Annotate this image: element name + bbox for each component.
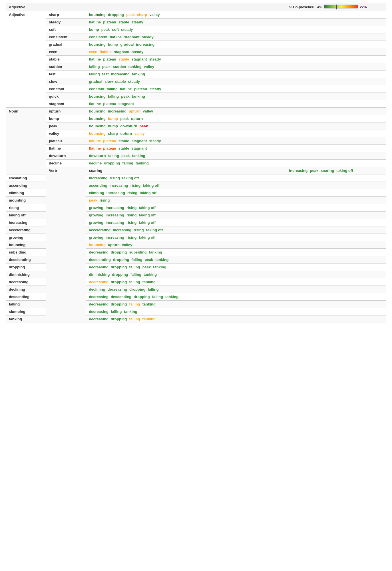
tags-cell: diminishingdroppingfallingtanking (86, 271, 386, 278)
word-cell: valley (46, 130, 86, 137)
word-cell: quick (46, 93, 86, 100)
tags-cell: flatlineplateaustablestagnant (86, 145, 386, 152)
tag: falling (129, 280, 140, 284)
word-cell: growing (6, 234, 46, 241)
tag: peak (310, 168, 318, 173)
tags-cell: increasingpeaksoaringtaking off (286, 167, 386, 174)
tag: rising (130, 183, 140, 188)
tag: taking off (139, 235, 156, 240)
tag: decreasing (107, 287, 127, 291)
tag: flatline (120, 87, 132, 91)
tag: rising (126, 235, 136, 240)
tag: soft (112, 27, 119, 32)
table-row: slowgradualslowstablesteady (6, 78, 386, 85)
table-row: gradualbouncingbumpgradualincreasing (6, 41, 386, 48)
word-cell: bouncing (6, 241, 46, 249)
word-cell: mounting (6, 197, 46, 204)
category-cell: Noun (6, 108, 46, 174)
tags-cell: bouncingfallingpeaktanking (86, 93, 386, 100)
tag: decreasing (89, 265, 108, 269)
tags-cell: bouncingbumpgradualincreasing (86, 41, 386, 48)
word-cell: dropping (6, 264, 46, 271)
tag: peak (142, 265, 151, 269)
tag: falling (148, 287, 158, 291)
tag: flatline (89, 20, 101, 24)
table-row: valleybouncingsharpupturnvalley (6, 130, 386, 137)
table-row: steadyflatlineplateaustablesteady (6, 19, 386, 26)
tag: declining (89, 287, 105, 291)
tag: steady (142, 35, 154, 39)
tags-cell: flatlineplateaustagnant (86, 100, 386, 108)
tag: dropping (129, 287, 145, 291)
tags-cell: constantfallingflatlineplateausteady (86, 85, 386, 93)
word-cell: climbing (6, 189, 46, 197)
word-cell: consistent (46, 33, 86, 41)
tag: growing (89, 213, 103, 217)
tag: stagnant (131, 146, 147, 150)
tag: valley (122, 243, 132, 247)
tag: dropping (111, 280, 127, 284)
table-row: evenevenflatlinestagnantsteady (6, 48, 386, 56)
tag: constant (89, 87, 104, 91)
tag: falling (89, 72, 100, 76)
tag: stable (118, 139, 129, 143)
tag: increasing (111, 72, 130, 76)
tag: tanking (132, 154, 145, 158)
tag: bouncing (89, 13, 106, 17)
word-cell: peak (46, 122, 86, 130)
word-cell: diminishing (6, 271, 46, 278)
table-row: Nounupturnbouncingincreasingupturnvalley (6, 108, 386, 115)
tag: growing (89, 235, 103, 240)
tag: bouncing (89, 116, 106, 121)
tag: rising (127, 191, 137, 195)
tags-cell: growingincreasingrisingtaking off (86, 212, 386, 219)
category-cell: Verb (46, 167, 86, 323)
word-cell: slumping (6, 308, 46, 315)
table-row: declinedeclinedroppingfallingtanking (6, 160, 386, 167)
tag: stagnant (114, 50, 129, 54)
tag: tanking (128, 65, 142, 69)
tag: tanking (132, 94, 145, 98)
tag: taking off (146, 228, 163, 232)
tags-cell: declinedroppingfallingtanking (86, 160, 386, 167)
tags-cell: bouncingdroppingpeaksharpvalley (86, 11, 386, 19)
tag: steady (121, 27, 133, 32)
legend-label: % Co-presence (289, 5, 314, 9)
tag: tanking (144, 272, 157, 277)
word-cell: tanking (6, 315, 46, 323)
word-cell: flatline (46, 145, 86, 152)
tag: ascending (89, 183, 107, 188)
word-cell: sharp (46, 11, 86, 19)
tag: downturn (89, 154, 106, 158)
tag: valley (143, 109, 153, 113)
tag: sudden (113, 65, 126, 69)
tag: tanking (165, 295, 178, 299)
tag: growing (89, 220, 103, 225)
tag: increasing (108, 109, 126, 113)
header-legend: % Co-presence 4% 22% (286, 3, 386, 11)
word-cell: accelerating (6, 226, 46, 234)
tag: flatline (100, 50, 112, 54)
tag: plateau (103, 57, 116, 61)
tag: rising (134, 228, 144, 232)
tag: decreasing (89, 309, 108, 314)
tag: tanking (142, 317, 156, 321)
tags-cell: increasingrisingtaking off (86, 174, 386, 182)
word-cell: downturn (46, 152, 86, 160)
tag: increasing (136, 42, 154, 47)
tag: valley (144, 65, 154, 69)
tags-cell: bouncingbumppeakupturn (86, 115, 386, 122)
tags-cell: deceleratingdroppingfallingpeaktanking (86, 256, 386, 264)
tag: tanking (149, 250, 162, 254)
tag: taking off (336, 168, 353, 173)
tag: stable (118, 57, 129, 61)
tags-cell: bouncingsharpupturnvalley (86, 130, 386, 137)
tag: decelerating (89, 258, 111, 262)
tags-cell: fallingfastincreasingtanking (86, 71, 386, 78)
table-row: downturndownturnfallingpeaktanking (6, 152, 386, 160)
tag: falling (108, 94, 119, 98)
tag: rising (126, 206, 136, 210)
table-row: Adjectivesharpbouncingdroppingpeaksharpv… (6, 11, 386, 19)
tag: bump (108, 124, 118, 128)
tag: plateau (103, 20, 116, 24)
